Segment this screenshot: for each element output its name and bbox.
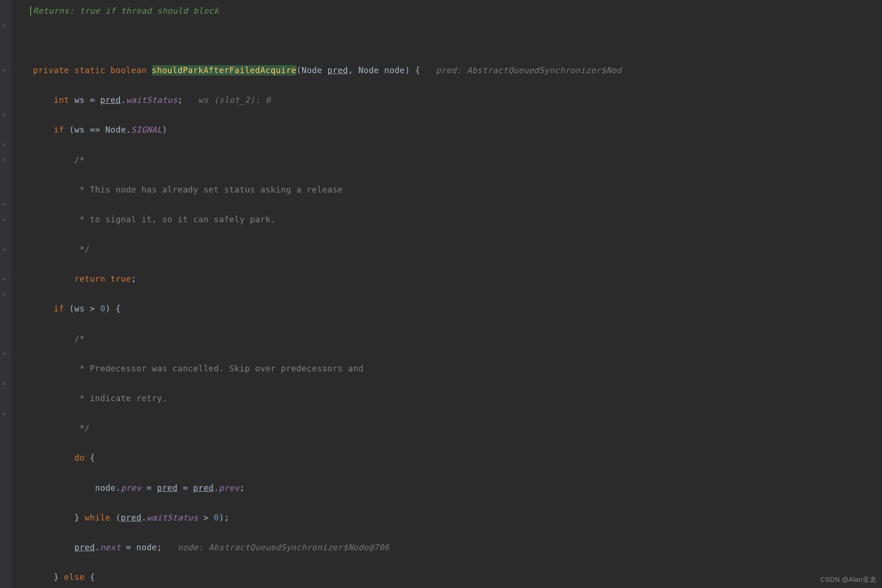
fold-icon[interactable]: ⊖: [3, 137, 6, 152]
keyword-do: do: [75, 453, 85, 462]
comment: * Predecessor was cancelled. Skip over p…: [75, 364, 364, 373]
param-pred: pred: [327, 66, 348, 75]
eq: =: [142, 483, 157, 493]
javadoc-returns: Returns:: [33, 6, 75, 16]
field-waitStatus: waitStatus: [126, 95, 178, 105]
inline-hint: ws (slot_2): 0: [198, 95, 271, 105]
comment: */: [75, 423, 90, 433]
inline-hint: node: AbstractQueuedSynchronizer$Node@70…: [178, 543, 389, 552]
fold-icon[interactable]: ⊟: [3, 197, 6, 212]
ref-pred: pred: [75, 543, 95, 552]
var-ws: ws =: [69, 95, 101, 105]
literal-zero: 0: [100, 304, 105, 313]
fold-icon[interactable]: ⊟: [3, 242, 6, 257]
semi: ;: [178, 95, 183, 105]
fold-icon[interactable]: ⊟: [3, 376, 6, 391]
fold-icon[interactable]: ⊟: [3, 63, 6, 78]
close: ) {: [105, 304, 121, 313]
field-prev: prev: [121, 483, 142, 493]
fold-icon[interactable]: ⊟: [3, 346, 6, 361]
semi: ;: [131, 274, 136, 284]
comma: ,: [348, 66, 358, 75]
keyword-while: while: [79, 513, 110, 522]
comment: * to signal it, so it can safely park.: [75, 215, 276, 224]
fold-icon[interactable]: ⊖: [3, 212, 6, 227]
fold-icon[interactable]: ⊟: [3, 108, 6, 123]
comment: /*: [75, 334, 85, 344]
brace: }: [75, 513, 80, 522]
keyword-if: if: [54, 304, 64, 313]
ref-pred: pred: [193, 483, 214, 493]
fold-icon[interactable]: ⊟: [3, 406, 6, 421]
keyword-if: if: [54, 125, 64, 134]
gutter: ⊖ ⊟ ⊟ ⊖ ⊟ ⊟ ⊖ ⊟ ⊖ ⊟ ⊟ ⊟ ⊟: [0, 0, 11, 588]
literal-zero: 0: [214, 513, 219, 522]
keyword-else: else: [59, 572, 90, 582]
dot: .: [95, 543, 100, 552]
comment: /*: [75, 155, 85, 165]
brace: {: [85, 453, 95, 462]
close: );: [219, 513, 229, 522]
comment: * This node has already set status askin…: [75, 185, 343, 194]
param-node: Node node) {: [358, 66, 420, 75]
keyword-private: private: [33, 66, 69, 75]
paren: (: [297, 66, 302, 75]
field-next: next: [100, 543, 121, 552]
brace: }: [54, 572, 59, 582]
ref-pred: pred: [100, 95, 121, 105]
gt: >: [198, 513, 214, 522]
expr: (ws >: [64, 304, 101, 313]
ref-pred: pred: [157, 483, 178, 493]
inline-hint: pred: AbstractQueuedSynchronizer$Nod: [436, 66, 622, 75]
watermark: CSDN @Alan亚龙: [820, 576, 876, 584]
dot: .: [121, 95, 126, 105]
dot: .: [214, 483, 219, 493]
comment: */: [75, 244, 90, 254]
field-prev: prev: [219, 483, 240, 493]
expr: (ws == Node.: [64, 125, 131, 134]
brace: {: [90, 572, 95, 582]
javadoc-text: true if thread should block: [79, 6, 219, 16]
keyword-static: static: [75, 66, 106, 75]
close: ): [162, 125, 167, 134]
eq: =: [178, 483, 193, 493]
expr: node.: [95, 483, 121, 493]
paren: (: [110, 513, 121, 522]
dot: .: [142, 513, 147, 522]
const-signal: SIGNAL: [131, 125, 162, 134]
field-waitStatus: waitStatus: [147, 513, 198, 522]
expr: = node;: [121, 543, 162, 552]
fold-icon[interactable]: ⊟: [3, 152, 6, 168]
keyword-return: return: [75, 274, 106, 284]
code-editor[interactable]: Returns: true if thread should block pri…: [11, 0, 627, 588]
ref-pred: pred: [121, 513, 142, 522]
keyword-int: int: [54, 95, 69, 105]
keyword-true: true: [110, 274, 131, 284]
fold-icon[interactable]: ⊖: [3, 272, 6, 287]
keyword-boolean: boolean: [110, 66, 147, 75]
comment: * indicate retry.: [75, 394, 168, 403]
param-type: Node: [302, 66, 328, 75]
semi: ;: [239, 483, 245, 493]
fold-icon[interactable]: ⊟: [3, 287, 6, 302]
method-name: shouldParkAfterFailedAcquire: [152, 65, 297, 76]
fold-icon[interactable]: ⊖: [3, 18, 6, 33]
